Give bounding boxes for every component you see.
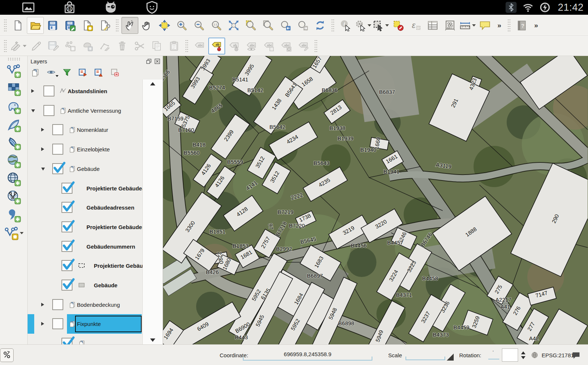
labeling-options-button[interactable]: abc — [191, 38, 208, 55]
add-polygon-feature-button[interactable] — [79, 38, 96, 55]
pan-map-button[interactable] — [139, 17, 156, 34]
toolbar-overflow-button[interactable]: » — [531, 17, 542, 34]
add-delimited-text-layer-button[interactable] — [2, 206, 25, 224]
layer-tree-item-bodenbedeckung[interactable]: Bodenbedeckung — [28, 295, 143, 315]
change-label-button[interactable]: abc — [295, 38, 312, 55]
layer-tree-item-projektierte-geb-uden-[interactable]: Projektierte Gebäuden… — [28, 217, 143, 237]
add-spatialite-layer-button[interactable] — [2, 116, 25, 134]
add-point-feature-button[interactable] — [62, 38, 79, 55]
layer-visibility-checkbox[interactable] — [61, 183, 72, 194]
toolbar-overflow-button[interactable]: » — [494, 17, 505, 34]
map-canvas[interactable]: 5566399339933995B5141B5274B5142B56411658… — [163, 56, 588, 344]
add-group-button[interactable] — [31, 68, 40, 77]
save-edits-button[interactable] — [45, 38, 61, 55]
layer-visibility-checkbox[interactable] — [61, 338, 72, 344]
add-wms-layer-button[interactable] — [2, 152, 25, 170]
toolbar-drag-handle[interactable] — [7, 57, 20, 61]
layer-visibility-checkbox[interactable] — [52, 124, 63, 135]
expand-arrow-icon[interactable] — [31, 89, 34, 93]
zoom-to-selection-button[interactable] — [242, 17, 259, 34]
spin-down-icon[interactable] — [521, 356, 525, 359]
layer-tree-item-geb-udenummern[interactable]: Gebäudenummern — [28, 237, 143, 256]
new-project-button[interactable] — [10, 17, 26, 34]
coordinate-input[interactable]: 696959.8,245358.9 — [243, 350, 372, 361]
current-edits-button[interactable] — [10, 38, 27, 55]
float-panel-button[interactable] — [146, 58, 152, 64]
gps-button[interactable] — [0, 348, 14, 362]
layer-tree-item-geb-ude[interactable]: Gebäude — [28, 159, 143, 179]
composer-manager-button[interactable] — [96, 17, 113, 34]
layer-tree-item-projektierte-geb-udea-[interactable]: Projektierte Gebäudea… — [28, 179, 143, 198]
layer-visibility-checkbox[interactable] — [52, 163, 63, 174]
toolbar-drag-handle[interactable] — [185, 39, 188, 53]
scale-combobox[interactable] — [405, 350, 445, 360]
layer-tree-item-amtliche-vermessung[interactable]: Amtliche Vermessung — [28, 101, 143, 120]
touch-zoom-button[interactable] — [121, 17, 138, 34]
zoom-last-button[interactable] — [277, 17, 294, 34]
cut-features-button[interactable] — [131, 38, 148, 55]
layer-tree-item-fixpunkte[interactable]: Fixpunkte — [28, 314, 143, 334]
toolbar-drag-handle[interactable] — [314, 39, 318, 53]
collapse-arrow-icon[interactable] — [31, 109, 35, 112]
layer-visibility-checkbox[interactable] — [61, 260, 72, 271]
filter-legend-button[interactable] — [62, 68, 72, 77]
map-tips-button[interactable] — [477, 17, 493, 34]
expand-arrow-icon[interactable] — [41, 147, 44, 151]
pan-to-selection-button[interactable] — [156, 17, 173, 34]
layer-tree-item-einzelobjekte[interactable]: Einzelobjekte — [28, 140, 143, 159]
help-button[interactable]: ? — [513, 17, 530, 34]
add-wfs-layer-button[interactable] — [2, 188, 25, 206]
attribute-table-button[interactable] — [424, 17, 441, 34]
scroll-down-icon[interactable] — [150, 338, 155, 342]
collapse-arrow-icon[interactable] — [41, 168, 45, 171]
pin-labels-button[interactable]: ab — [208, 38, 225, 55]
expand-arrow-icon[interactable] — [41, 322, 44, 326]
deselect-features-button[interactable] — [390, 17, 407, 34]
layer-tree-item-projektierte-geb-ude[interactable]: Projektierte Gebäude — [28, 256, 143, 275]
message-log-icon[interactable] — [571, 351, 581, 360]
vertex-tool-button[interactable] — [96, 38, 113, 55]
toolbar-drag-handle[interactable] — [331, 19, 334, 32]
layer-visibility-checkbox[interactable] — [61, 241, 72, 252]
layer-visibility-checkbox[interactable] — [61, 280, 72, 291]
zoom-native-button[interactable]: 1:1 — [208, 17, 225, 34]
select-features-button[interactable] — [372, 17, 389, 34]
toolbar-drag-handle[interactable] — [507, 19, 511, 32]
toolbar-drag-handle[interactable] — [4, 39, 7, 53]
select-by-expression-button[interactable]: ε — [407, 17, 424, 34]
zoom-to-layer-button[interactable] — [260, 17, 277, 34]
close-panel-button[interactable] — [154, 58, 160, 64]
collapse-all-button[interactable] — [94, 68, 103, 77]
save-project-as-button[interactable] — [61, 17, 78, 34]
add-raster-layer-button[interactable] — [2, 80, 25, 98]
run-feature-action-button[interactable] — [354, 17, 372, 34]
layer-tree-item[interactable] — [28, 334, 143, 344]
crs-globe-icon[interactable] — [531, 351, 539, 359]
layer-visibility-checkbox[interactable] — [61, 221, 72, 232]
zoom-out-button[interactable] — [191, 17, 208, 34]
copy-features-button[interactable] — [148, 38, 165, 55]
move-label-button[interactable]: abc — [260, 38, 277, 55]
zoom-full-button[interactable] — [225, 17, 242, 34]
expand-arrow-icon[interactable] — [41, 128, 44, 131]
add-vector-layer-button[interactable] — [2, 62, 25, 80]
identify-features-button[interactable]: i — [337, 17, 354, 34]
paste-features-button[interactable] — [166, 38, 183, 55]
new-print-composer-button[interactable] — [79, 17, 96, 34]
layer-tree-item-geb-ude[interactable]: Gebäude — [28, 275, 143, 295]
highlight-pinned-labels-button[interactable]: ab — [226, 38, 242, 55]
save-project-button[interactable] — [44, 17, 61, 34]
open-project-button[interactable] — [27, 17, 44, 34]
expand-arrow-icon[interactable] — [41, 303, 44, 306]
scroll-up-icon[interactable] — [150, 82, 155, 85]
toggle-editing-button[interactable] — [27, 38, 44, 55]
refresh-map-button[interactable] — [312, 17, 329, 34]
add-wcs-layer-button[interactable] — [2, 170, 25, 188]
delete-selected-button[interactable] — [114, 38, 131, 55]
layer-tree-item-nomenklatur[interactable]: Nomenklatur — [28, 120, 143, 140]
toolbar-drag-handle[interactable] — [4, 19, 7, 32]
measure-button[interactable] — [459, 17, 476, 34]
layer-visibility-checkbox[interactable] — [52, 144, 63, 155]
show-hide-labels-button[interactable]: abc — [243, 38, 260, 55]
rotation-spin-arrows[interactable] — [520, 348, 527, 362]
